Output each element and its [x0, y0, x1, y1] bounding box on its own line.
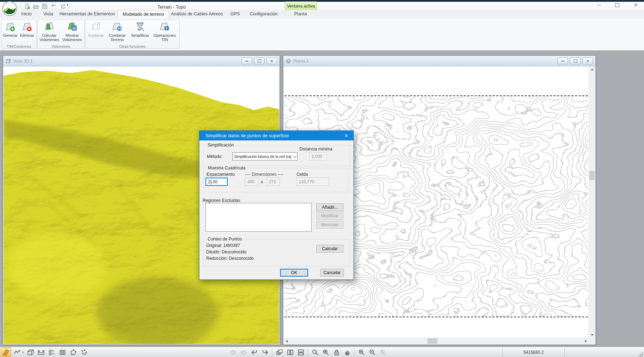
resize-grip[interactable]	[638, 352, 643, 357]
tab-planta[interactable]: Planta	[285, 10, 316, 18]
vista-3d-minimize-button[interactable]	[242, 58, 252, 64]
calcular-button[interactable]: Calcular	[316, 245, 343, 253]
vista-3d-restore-button[interactable]	[254, 58, 264, 64]
show-volumes-icon	[66, 21, 78, 33]
tab-inicio[interactable]: Inicio	[15, 10, 38, 18]
contours-tool-icon[interactable]	[1, 347, 11, 357]
mostrar-volumenes-button[interactable]: Mostrar Volúmenes	[61, 21, 83, 42]
quick-access-toolbar	[20, 2, 70, 10]
cancelar-button[interactable]: Cancelar	[320, 269, 344, 277]
points-tool-icon[interactable]	[79, 348, 89, 357]
button-label: Combinar	[106, 33, 128, 38]
planta-close-button[interactable]: ×	[583, 58, 593, 64]
merge-terrain-icon	[112, 21, 123, 33]
vertical-scroll-thumb[interactable]	[589, 171, 595, 180]
save-icon[interactable]	[42, 3, 48, 9]
back-arrow-icon	[228, 348, 238, 357]
basin-tool-icon[interactable]	[36, 348, 46, 357]
polyline-dropdown-chevron-icon[interactable]: ▾	[22, 351, 24, 354]
ok-button[interactable]: OK	[280, 269, 308, 277]
metodo-value: Simplificación básica de la red (ráp	[233, 154, 291, 159]
map-boundary-top	[284, 95, 588, 96]
eliminar-button[interactable]: Eliminar	[19, 21, 35, 38]
espaciamiento-field[interactable]: 2.00	[205, 178, 228, 186]
dialog-close-button[interactable]: ×	[339, 131, 353, 140]
simplificar-button[interactable]: Simplificar	[129, 21, 151, 38]
regiones-excluidas-label: Regiones Excluidas	[203, 198, 240, 203]
zoom-lock-icon[interactable]	[332, 348, 341, 357]
application-window: Terrain - Topo ▾ Ventana activa ×	[0, 0, 644, 357]
scroll-up-button[interactable]	[589, 66, 595, 73]
tab-vista[interactable]: Vista	[38, 10, 59, 18]
legend-tool-icon[interactable]	[47, 348, 57, 357]
dimension-cols-field: 490	[245, 178, 258, 186]
zoom-window-icon[interactable]	[310, 348, 320, 357]
conteo-reduccion: Reducción: Desconocido	[206, 256, 254, 261]
planta-restore-button[interactable]	[570, 58, 580, 64]
tab-analisis-cables-aereos[interactable]: Análisis de Cables Aéreos	[170, 10, 224, 18]
ribbon-group-tin-contornos: Generar Eliminar TIN/Contornos	[1, 20, 37, 49]
redo-icon[interactable]	[60, 3, 66, 9]
cascade-windows-icon[interactable]	[274, 348, 284, 357]
metodo-combobox[interactable]: Simplificación básica de la red (ráp	[232, 152, 298, 160]
scroll-right-button[interactable]	[583, 338, 589, 344]
planta-minimize-button[interactable]	[558, 58, 568, 64]
tab-herramientas-de-elementos[interactable]: Herramientas de Elementos	[59, 10, 116, 18]
app-logo-icon[interactable]	[2, 1, 17, 16]
scroll-down-button[interactable]	[589, 332, 595, 338]
zoom-extents-icon[interactable]	[321, 348, 331, 357]
regiones-excluidas-listbox[interactable]	[205, 203, 312, 232]
chevron-down-icon	[291, 155, 297, 158]
celda-label: Celda	[297, 172, 308, 177]
customize-quick-access-icon[interactable]: ▾	[66, 3, 68, 7]
view-3d-tool-icon[interactable]	[26, 348, 35, 357]
planta-horizontal-scrollbar[interactable]	[284, 338, 589, 344]
generar-button[interactable]: Generar	[2, 21, 19, 38]
forward-arrow-icon	[239, 348, 248, 357]
anadir-button[interactable]: Añadir...	[316, 203, 343, 211]
button-label: Mostrar	[61, 33, 83, 38]
undo-icon[interactable]	[51, 3, 57, 9]
previous-view-icon[interactable]	[249, 348, 259, 357]
next-view-icon[interactable]	[260, 348, 270, 357]
operaciones-tin-button[interactable]: Operaciones TIN	[152, 21, 178, 42]
conteo-diluido: Diluido: Desconocido	[206, 249, 247, 254]
polygon-tool-icon[interactable]	[69, 348, 78, 357]
calcular-volumenes-button[interactable]: Calcular Volúmenes	[38, 21, 60, 42]
minimize-button[interactable]	[594, 2, 603, 8]
conteo-original: Original: 1690387	[206, 243, 240, 248]
button-label: Generar	[2, 33, 19, 38]
vista-3d-close-button[interactable]: ×	[267, 58, 277, 64]
planta-title-bar[interactable]: Planta:1 ×	[283, 56, 595, 66]
tab-gps[interactable]: GPS	[225, 10, 245, 18]
map-boundary-bottom	[284, 317, 588, 317]
modificar-button: Modificar	[316, 212, 343, 220]
planta-window-title: Planta:1	[293, 59, 309, 64]
horizontal-scroll-thumb[interactable]	[427, 338, 437, 344]
grid-tool-icon[interactable]	[58, 348, 68, 357]
title-bar[interactable]: Terrain - Topo	[0, 2, 644, 10]
tile-horizontal-icon[interactable]	[296, 348, 306, 357]
explanar-button: Explanar	[87, 21, 105, 38]
tab-configuracion[interactable]: Configuración:	[247, 10, 282, 18]
tile-vertical-icon[interactable]	[285, 348, 295, 357]
vista-3d-title-bar[interactable]: Vista 3D:1 ×	[3, 56, 279, 66]
planta-vertical-scrollbar[interactable]	[589, 66, 595, 338]
new-document-icon[interactable]	[24, 3, 30, 9]
pan-icon[interactable]	[342, 348, 352, 357]
button-label: Explanar	[87, 33, 105, 38]
distancia-minima-field: 2.000	[309, 152, 327, 160]
open-file-icon[interactable]	[33, 3, 39, 9]
close-button[interactable]: ×	[631, 2, 640, 8]
combinar-terreno-button[interactable]: Combinar Terreno	[106, 21, 128, 42]
dialog-title-bar[interactable]: Simplificar datos de puntos de superfici…	[199, 131, 353, 140]
zoom-in-icon[interactable]	[357, 348, 366, 357]
metodo-label: Método:	[207, 154, 222, 159]
button-label: Simplificar	[129, 33, 151, 38]
zoom-out-icon[interactable]	[367, 348, 377, 357]
tab-modelado-de-terreno[interactable]: Modelado de terreno	[117, 10, 169, 19]
polyline-tool-icon[interactable]	[12, 348, 22, 357]
espaciamiento-label: Espaciamiento	[207, 172, 235, 177]
maximize-button[interactable]	[613, 2, 622, 8]
scroll-left-button[interactable]	[284, 338, 290, 344]
